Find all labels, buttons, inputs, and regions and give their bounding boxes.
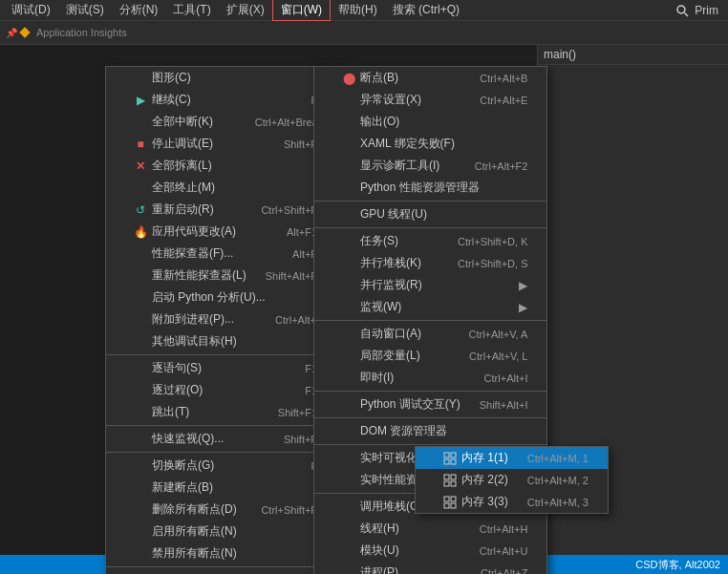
menu-item-break-all[interactable]: 全部中断(K) Ctrl+Alt+Break: [106, 111, 342, 133]
threads-icon: [341, 521, 356, 537]
menu-item-other-targets[interactable]: 其他调试目标(H) ▶: [106, 330, 342, 352]
menu-item-output[interactable]: 输出(O): [314, 111, 546, 133]
svg-rect-9: [451, 481, 456, 486]
menu-item-new-bp[interactable]: 新建断点(B) ▶: [106, 477, 342, 499]
menu-item-toggle-bp[interactable]: 切换断点(G) F9: [106, 455, 342, 477]
menu-item-memory-1[interactable]: 内存 1(1) Ctrl+Alt+M, 1: [416, 447, 608, 469]
memory2-icon: [442, 473, 458, 488]
menubar-debug[interactable]: 调试(D): [4, 0, 58, 20]
menubar-search[interactable]: 搜索 (Ctrl+Q): [385, 0, 467, 20]
terminate-icon: [133, 181, 148, 196]
menu-item-perf-profiler[interactable]: 性能探查器(F)... Alt+F2: [106, 243, 342, 265]
step-over-icon: [133, 383, 148, 398]
tasks-icon: [341, 234, 356, 249]
separator-l2-1: [314, 201, 546, 202]
menu-item-immediate[interactable]: 即时(I) Ctrl+Alt+I: [314, 367, 546, 389]
svg-rect-13: [451, 503, 456, 508]
svg-rect-10: [444, 497, 449, 501]
menu-item-memory-2[interactable]: 内存 2(2) Ctrl+Alt+M, 2: [416, 469, 608, 491]
relaunch-profiler-icon: [133, 268, 148, 284]
menu-l3-memory: 内存 1(1) Ctrl+Alt+M, 1 内存 2(2) Ctrl+Alt+M…: [415, 446, 609, 514]
xaml-icon: [341, 137, 356, 152]
perf-icon: [133, 246, 148, 262]
menu-item-step-into[interactable]: 逐语句(S) F11: [106, 357, 342, 379]
search-icon: [675, 4, 689, 17]
step-into-icon: [133, 361, 148, 376]
menubar-analyze[interactable]: 分析(N): [112, 0, 166, 20]
menu-item-modules[interactable]: 模块(U) Ctrl+Alt+U: [314, 540, 546, 562]
menu-item-autos[interactable]: 自动窗口(A) Ctrl+Alt+V, A: [314, 323, 546, 345]
separator-2: [106, 425, 342, 426]
menu-item-dom-explorer[interactable]: DOM 资源管理器: [314, 420, 546, 442]
output-icon: [341, 115, 356, 130]
menu-item-disable-all-bp[interactable]: 禁用所有断点(N): [106, 542, 342, 564]
break-all-icon: [133, 115, 148, 130]
menu-item-watch[interactable]: 监视(W) ▶: [314, 296, 546, 318]
modules-icon: [341, 543, 356, 559]
parallel-watch-icon: [341, 278, 356, 293]
immediate-icon: [341, 371, 356, 386]
menu-item-memory-3[interactable]: 内存 3(3) Ctrl+Alt+M, 3: [416, 491, 608, 513]
menubar-tools[interactable]: 工具(T): [165, 0, 218, 20]
menu-item-step-over[interactable]: 逐过程(O) F10: [106, 379, 342, 401]
svg-rect-7: [451, 475, 456, 479]
menu-item-restart[interactable]: ↺ 重新启动(R) Ctrl+Shift+F5: [106, 199, 342, 221]
menu-item-locals[interactable]: 局部变量(L) Ctrl+Alt+V, L: [314, 345, 546, 367]
prim-label: Prim: [695, 4, 718, 17]
menu-item-parallel-stacks[interactable]: 并行堆栈(K) Ctrl+Shift+D, S: [314, 252, 546, 274]
menu-item-continue[interactable]: ▶ 继续(C) F5: [106, 89, 342, 111]
menu-item-exception-settings[interactable]: 异常设置(X) Ctrl+Alt+E: [314, 89, 546, 111]
menu-item-processes[interactable]: 进程(P) Ctrl+Alt+Z: [314, 562, 546, 574]
menubar-help[interactable]: 帮助(H): [331, 0, 385, 20]
live-visual-icon: [341, 451, 356, 466]
menu-item-xaml-binding[interactable]: XAML 绑定失败(F): [314, 133, 546, 155]
menubar-extensions[interactable]: 扩展(X): [219, 0, 272, 20]
menu-item-python-perf[interactable]: Python 性能资源管理器: [314, 177, 546, 199]
menu-item-enable-all-bp[interactable]: 启用所有断点(N): [106, 521, 342, 542]
menu-item-breakpoints[interactable]: ⬤ 断点(B) Ctrl+Alt+B: [314, 67, 546, 89]
exception-icon: [341, 93, 356, 108]
statusbar-right: CSD博客, Alt2002: [635, 558, 720, 572]
svg-rect-8: [444, 481, 449, 486]
menu-item-terminate-all[interactable]: 全部终止(M): [106, 177, 342, 199]
menubar: 调试(D) 测试(S) 分析(N) 工具(T) 扩展(X) 窗口(W) 帮助(H…: [0, 0, 728, 21]
locals-icon: [341, 349, 356, 364]
processes-icon: [341, 565, 356, 575]
menu-item-python-profile[interactable]: 启动 Python 分析(U)...: [106, 287, 342, 308]
menu-item-attach-process[interactable]: 附加到进程(P)... Ctrl+Alt+P: [106, 308, 342, 330]
separator-l2-3: [314, 320, 546, 321]
svg-rect-3: [451, 453, 456, 457]
menu-item-graphics[interactable]: 图形(C) ▶: [106, 67, 342, 89]
menu-item-parallel-watch[interactable]: 并行监视(R) ▶: [314, 274, 546, 296]
menu-item-apply-code[interactable]: 🔥 应用代码更改(A) Alt+F10: [106, 221, 342, 243]
delete-all-bp-icon: [133, 502, 148, 518]
separator-l2-4: [314, 391, 546, 392]
menubar-test[interactable]: 测试(S): [58, 0, 112, 20]
continue-icon: ▶: [133, 93, 148, 108]
graphics-icon: [133, 71, 148, 86]
separator-3: [106, 452, 342, 453]
menu-item-step-out[interactable]: 跳出(T) Shift+F11: [106, 401, 342, 423]
separator-l2-5: [314, 417, 546, 418]
live-perf-icon: [341, 473, 356, 488]
menu-item-relaunch-profiler[interactable]: 重新性能探查器(L) Shift+Alt+F2: [106, 265, 342, 287]
menu-item-detach-all[interactable]: ✕ 全部拆离(L): [106, 155, 342, 177]
menubar-window[interactable]: 窗口(W): [272, 0, 331, 21]
separator-1: [106, 354, 342, 355]
memory-grid-icon2: [443, 474, 457, 487]
menu-item-delete-all-bp[interactable]: 删除所有断点(D) Ctrl+Shift+F9: [106, 499, 342, 521]
toolbar-diamond-icon: [19, 27, 30, 37]
python-icon: [133, 290, 148, 306]
right-panel-header: main(): [538, 45, 728, 65]
submenu-arrow-parallel: ▶: [519, 279, 527, 292]
menu-item-threads[interactable]: 线程(H) Ctrl+Alt+H: [314, 518, 546, 540]
menu-item-diag-tools[interactable]: 显示诊断工具(I) Ctrl+Alt+F2: [314, 155, 546, 177]
menu-item-quick-watch[interactable]: 快速监视(Q)... Shift+F9: [106, 428, 342, 450]
menu-item-tasks[interactable]: 任务(S) Ctrl+Shift+D, K: [314, 230, 546, 252]
apply-code-icon: 🔥: [133, 224, 148, 240]
svg-rect-11: [451, 497, 456, 501]
menu-item-stop-debug[interactable]: ■ 停止调试(E) Shift+F5: [106, 133, 342, 155]
menu-item-python-debug[interactable]: Python 调试交互(Y) Shift+Alt+I: [314, 393, 546, 415]
menu-item-gpu[interactable]: GPU 线程(U): [314, 203, 546, 225]
memory1-icon: [442, 451, 458, 466]
